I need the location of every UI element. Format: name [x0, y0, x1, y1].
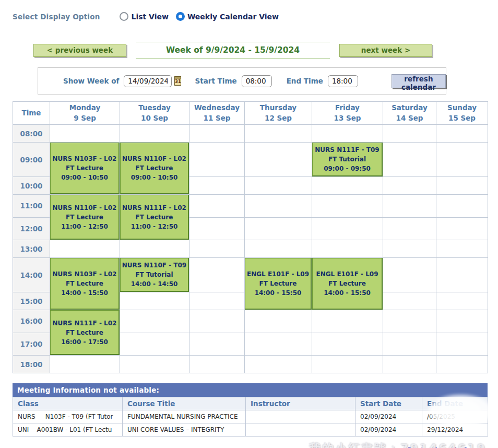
calendar-cell [189, 333, 245, 356]
event-block: NURS N110F - T09FT Tutorial14:00 - 14:50 [120, 258, 189, 292]
calendar-icon-day: 31 [175, 79, 181, 85]
calendar-cell [245, 143, 312, 177]
calendar-cell [383, 356, 436, 373]
time-label: 14:00 [13, 258, 50, 292]
meeting-info-table: ClassCourse TitleInstructorStart DateEnd… [13, 397, 488, 437]
printer-friendly-link[interactable]: Printer Friendly Page [408, 446, 480, 448]
day-header: Monday9 Sep [50, 102, 120, 125]
meeting-row: NURS N103F - T09 (FT TutorFUNDAMENTAL NU… [13, 410, 488, 423]
calendar-cell [189, 292, 245, 310]
meeting-cell: /05/2025 [422, 410, 488, 423]
calendar-cell [312, 356, 383, 373]
calendar-cell [436, 195, 488, 218]
meeting-col-header: Course Title [123, 397, 246, 410]
event-block: NURS N111F - L02FT Lecture16:00 - 17:50 [50, 310, 120, 355]
calendar-cell [312, 240, 383, 258]
date-picker-calendar-icon[interactable]: 31 [174, 76, 181, 86]
radio-weekly-calendar-view[interactable]: Weekly Calendar View [176, 12, 279, 21]
event-block: NURS N103F - L02FT Lecture14:00 - 15:50 [50, 258, 120, 310]
calendar-cell [383, 310, 436, 333]
calendar-cell [312, 177, 383, 195]
calendar-cell [436, 292, 488, 310]
time-label: 13:00 [13, 240, 50, 258]
calendar-cell [189, 125, 245, 143]
meeting-cell: UNI CORE VALUES – INTEGRITY [123, 423, 246, 437]
meeting-row: UNI A001BW - L01 (FT LectuUNI CORE VALUE… [13, 423, 488, 437]
day-header: Wednesday11 Sep [189, 102, 245, 125]
calendar-cell [312, 217, 383, 240]
show-week-of-label: Show Week of [63, 77, 119, 85]
time-label: 16:00 [13, 310, 50, 333]
calendar-cell [120, 310, 189, 333]
refresh-calendar-button[interactable]: refresh calendar [392, 74, 446, 88]
event-block: ENGL E101F - L09FT Lecture14:00 - 15:50 [312, 258, 383, 310]
footer: Printer Friendly Page 我的小紅書號：791464619 [0, 446, 480, 448]
week-navigation: < previous week Week of 9/9/2024 - 15/9/… [33, 42, 498, 58]
calendar-cell [120, 333, 189, 356]
meeting-cell: NURS N103F - T09 (FT Tutor [13, 410, 123, 423]
show-week-of-input[interactable] [124, 75, 172, 87]
calendar-cell [189, 195, 245, 218]
calendar-cell [436, 177, 488, 195]
day-header: Thursday12 Sep [245, 102, 312, 125]
day-header: Saturday14 Sep [383, 102, 436, 125]
meeting-col-header: Start Date [355, 397, 422, 410]
calendar-cell [436, 217, 488, 240]
calendar-cell [189, 177, 245, 195]
event-block: NURS N111F - L02FT Lecture11:00 - 12:50 [120, 195, 189, 240]
calendar-cell [189, 258, 245, 292]
meeting-info-header-row: ClassCourse TitleInstructorStart DateEnd… [13, 397, 488, 410]
day-header: Sunday15 Sep [436, 102, 488, 125]
radio-list-view[interactable]: List View [120, 12, 168, 21]
time-label: 17:00 [13, 333, 50, 356]
meeting-cell: FUNDAMENTAL NURSING PRACTICE [123, 410, 246, 423]
meeting-cell [246, 423, 355, 437]
end-time-label: End Time [287, 77, 323, 85]
day-header: Tuesday10 Sep [120, 102, 189, 125]
calendar-cell [436, 143, 488, 177]
end-time-input[interactable] [328, 75, 358, 87]
day-header: Friday13 Sep [312, 102, 383, 125]
radio-checked-icon[interactable] [176, 12, 185, 21]
calendar-cell [50, 356, 120, 373]
calendar-cell [245, 177, 312, 195]
calendar-cell [245, 125, 312, 143]
calendar-cell [245, 333, 312, 356]
time-label: 10:00 [13, 177, 50, 195]
calendar-cell [436, 310, 488, 333]
calendar-cell [189, 240, 245, 258]
calendar-cell [312, 310, 383, 333]
display-option-row: Select Display Option List View Weekly C… [0, 0, 498, 21]
calendar-cell [120, 240, 189, 258]
week-title: Week of 9/9/2024 - 15/9/2024 [136, 42, 330, 58]
calendar-cell [383, 292, 436, 310]
calendar-cell [383, 240, 436, 258]
calendar-cell [189, 143, 245, 177]
calendar-cell [189, 217, 245, 240]
event-block: NURS N111F - T09FT Tutorial09:00 - 09:50 [312, 143, 383, 176]
calendar-cell [383, 333, 436, 356]
meeting-cell: UNI A001BW - L01 (FT Lectu [13, 423, 123, 437]
calendar-icon-header [175, 77, 181, 79]
time-label: 11:00 [13, 195, 50, 218]
calendar-cell [436, 240, 488, 258]
calendar-cell [312, 125, 383, 143]
event-block: ENGL E101F - L09FT Lecture14:00 - 15:50 [245, 258, 312, 310]
calendar-cell [120, 356, 189, 373]
meeting-cell: 02/09/2024 [355, 410, 422, 423]
meeting-cell: 02/09/2024 [355, 423, 422, 437]
calendar-cell [436, 258, 488, 292]
radio-unchecked-icon[interactable] [120, 12, 128, 21]
calendar-cell [383, 125, 436, 143]
calendar-cell [189, 310, 245, 333]
next-week-button[interactable]: next week > [339, 44, 432, 57]
calendar-cell [383, 258, 436, 292]
meeting-col-header: Instructor [246, 397, 355, 410]
calendar-cell [50, 125, 120, 143]
calendar-cell [383, 177, 436, 195]
meeting-cell: 29/12/2024 [422, 423, 488, 437]
start-time-input[interactable] [242, 75, 272, 87]
calendar-cell [245, 195, 312, 218]
calendar-cell [383, 217, 436, 240]
previous-week-button[interactable]: < previous week [33, 44, 126, 57]
